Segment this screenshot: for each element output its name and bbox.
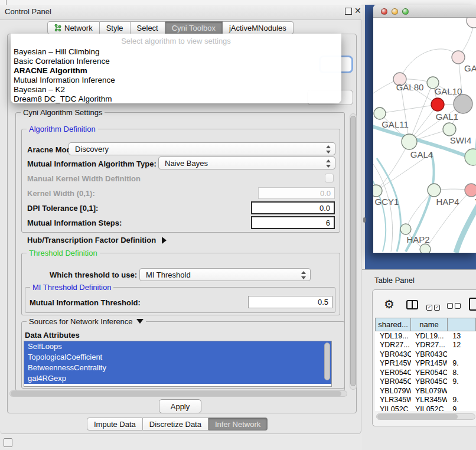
network-node-label: SWI4: [450, 135, 472, 145]
table-row[interactable]: YBL079WYBL079W: [375, 386, 476, 396]
table-row[interactable]: YLR345WYLR345W9.: [375, 396, 476, 405]
table-row[interactable]: YDR27...YDR27...12: [375, 341, 476, 350]
tab-style[interactable]: Style: [100, 21, 131, 34]
document-icon[interactable]: [469, 298, 476, 311]
kernel-width-label: Kernel Width (0,1):: [27, 189, 95, 198]
tab-discretize-data[interactable]: Discretize Data: [143, 418, 208, 431]
table-column-header[interactable]: [448, 318, 476, 331]
algorithm-option[interactable]: Bayesian – K2: [11, 85, 341, 94]
network-edge[interactable]: [456, 203, 476, 253]
gear-icon[interactable]: ⚙: [384, 298, 395, 310]
attributes-list-scrollbar-thumb[interactable]: [324, 343, 330, 380]
data-attributes-list[interactable]: SelfLoopsTopologicalCoefficientBetweenne…: [24, 341, 332, 387]
column-browser-icon[interactable]: [406, 300, 418, 309]
float-panel-icon[interactable]: [345, 8, 352, 15]
minimize-traffic-light[interactable]: [392, 8, 398, 15]
tab-jactivemnodules[interactable]: jActiveMNodules: [223, 21, 294, 34]
select-all-checkboxes-icon[interactable]: ✓✓: [426, 302, 442, 311]
mi-steps-input[interactable]: [251, 216, 335, 229]
network-node-y[interactable]: [465, 184, 476, 197]
node-table-header: shared...name: [375, 318, 476, 331]
mi-type-combo[interactable]: Naive Bayes: [158, 156, 335, 169]
tab-select[interactable]: Select: [131, 21, 165, 34]
network-node-label: GAL10: [435, 86, 462, 96]
network-node-label: HAP2: [406, 234, 429, 244]
network-node[interactable]: [420, 244, 431, 253]
table-cell: YIL052C: [375, 405, 411, 411]
apply-button[interactable]: Apply: [159, 399, 201, 413]
sources-group-title[interactable]: Sources for Network Inference: [27, 317, 146, 326]
hub-definition-toggle[interactable]: Hub/Transcription Factor Definition: [27, 236, 167, 244]
network-node-gcy1[interactable]: [373, 185, 382, 197]
network-node[interactable]: [467, 18, 476, 28]
tab-impute-data[interactable]: Impute Data: [87, 418, 143, 431]
network-node[interactable]: [454, 94, 472, 113]
mi-threshold-input[interactable]: [248, 296, 332, 308]
settings-vertical-scrollbar-thumb[interactable]: [350, 116, 356, 386]
data-attribute-item[interactable]: gal4RGexp: [24, 373, 331, 384]
which-threshold-combo[interactable]: MI Threshold: [139, 268, 311, 281]
table-row[interactable]: YDL19...YDL19...13: [375, 331, 476, 341]
table-row[interactable]: YIL052CYIL052C9: [375, 405, 476, 411]
network-node-gal[interactable]: [452, 51, 465, 64]
network-node-label: GAL80: [396, 82, 424, 92]
chevron-right-icon: [162, 237, 167, 244]
close-panel-icon[interactable]: ✕: [354, 6, 361, 15]
table-column-header[interactable]: shared...: [375, 318, 411, 331]
network-node-label: GCY1: [375, 197, 399, 207]
mi-threshold-group-title: MI Threshold Definition: [30, 283, 113, 292]
data-attribute-item[interactable]: TopologicalCoefficient: [24, 352, 331, 363]
table-row[interactable]: YBR043CYBR043C: [375, 350, 476, 359]
kernel-width-input[interactable]: [258, 187, 335, 199]
aracne-mode-combo[interactable]: Discovery: [69, 142, 335, 155]
table-row[interactable]: YER054CYER054C8.: [375, 368, 476, 377]
table-cell: 8.: [447, 369, 476, 377]
network-node-label: GAL4: [410, 149, 433, 159]
table-row[interactable]: YPR145WYPR145W9.: [375, 359, 476, 369]
network-window-titlebar[interactable]: [373, 5, 476, 18]
table-horizontal-scrollbar-thumb[interactable]: [377, 414, 458, 419]
algorithm-option[interactable]: Bayesian – Hill Climbing: [11, 47, 341, 57]
algorithm-option[interactable]: ARACNE Algorithm: [11, 66, 341, 76]
deselect-all-checkboxes-icon[interactable]: [447, 302, 462, 311]
table-cell: 13: [447, 332, 476, 340]
tab-network[interactable]: Network: [47, 21, 100, 34]
tab-cyni-toolbox[interactable]: Cyni Toolbox: [165, 21, 223, 34]
network-edge[interactable]: [380, 105, 438, 113]
manual-kernel-checkbox[interactable]: [325, 174, 334, 182]
table-row[interactable]: YBR045CYBR045C9.: [375, 377, 476, 387]
network-edge[interactable]: [400, 49, 458, 79]
zoom-traffic-light[interactable]: [402, 8, 409, 15]
network-window: GALGAL80GAL10GAL1GAL11GAL4SWI4GCY1HAP4YH…: [373, 5, 476, 253]
table-column-header[interactable]: name: [411, 318, 448, 331]
data-attribute-item[interactable]: BetweennessCentrality: [24, 363, 331, 373]
algorithm-option[interactable]: Mutual Information Inference: [11, 76, 341, 85]
close-traffic-light[interactable]: [381, 8, 387, 15]
data-attribute-item[interactable]: SelfLoops: [24, 341, 331, 352]
settings-horizontal-scrollbar-thumb[interactable]: [11, 391, 341, 396]
network-node-label: GAL1: [436, 112, 458, 122]
table-cell: YBR043C: [375, 350, 411, 358]
tab-infer-network[interactable]: Infer Network: [208, 418, 268, 431]
network-node-gal11[interactable]: [374, 107, 386, 119]
network-node[interactable]: [431, 98, 444, 111]
network-node-label: GAL11: [382, 119, 409, 129]
table-cell: YBR045C: [411, 377, 447, 386]
table-cell: YPR145W: [411, 359, 447, 367]
which-threshold-label: Which threshold to use:: [50, 270, 137, 279]
algorithm-option[interactable]: Dream8 DC_TDC Algorithm: [11, 94, 341, 104]
network-node-swi4[interactable]: [465, 149, 476, 165]
aracne-mode-value: Discovery: [75, 145, 109, 154]
network-node-gal4[interactable]: [402, 134, 417, 149]
dpi-tolerance-input[interactable]: [251, 201, 335, 214]
network-node-gal1[interactable]: [443, 123, 456, 136]
network-node-hap4[interactable]: [428, 184, 441, 197]
app-screen: Control Panel ✕ NetworkStyleSelectCyni T…: [0, 0, 476, 450]
node-table[interactable]: shared...name YDL19...YDL19...13YDR27...…: [375, 318, 476, 411]
collapsed-panel-icon[interactable]: [4, 438, 12, 447]
network-canvas[interactable]: GALGAL80GAL10GAL1GAL11GAL4SWI4GCY1HAP4YH…: [373, 18, 476, 253]
panel-splitter-handle[interactable]: [363, 217, 366, 223]
dpi-tolerance-label: DPI Tolerance [0,1]:: [27, 204, 98, 213]
algorithm-option[interactable]: Basic Correlation Inference: [11, 57, 341, 66]
network-node-hap2[interactable]: [400, 224, 411, 234]
